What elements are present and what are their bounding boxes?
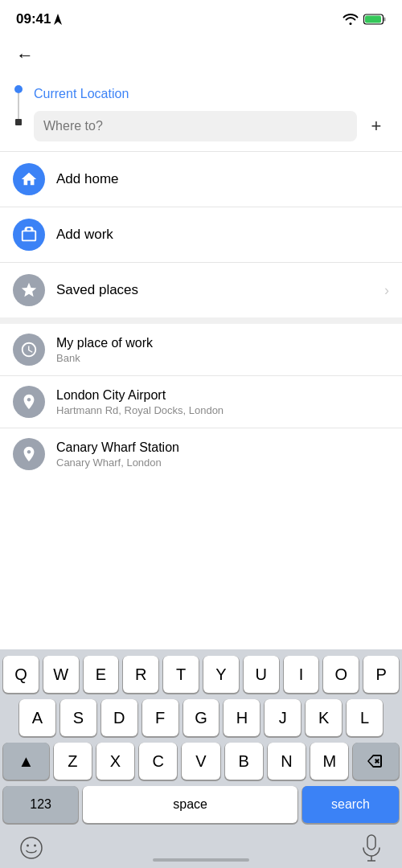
keyboard-bottom-row: 123 space search <box>3 786 399 826</box>
key-x[interactable]: X <box>96 743 134 780</box>
svg-rect-6 <box>367 835 375 850</box>
key-h[interactable]: H <box>224 699 260 736</box>
recent-place-name-1: London City Airport <box>56 388 389 403</box>
add-home-label: Add home <box>56 171 389 187</box>
back-button[interactable]: ← <box>13 42 37 69</box>
top-nav: ← <box>0 35 402 76</box>
microphone-icon[interactable] <box>360 834 383 862</box>
key-m[interactable]: M <box>310 743 348 780</box>
svg-point-4 <box>27 845 29 847</box>
recent-place-addr-2: Canary Wharf, London <box>56 457 389 469</box>
star-icon <box>20 281 38 299</box>
keyboard-row-3: ▲ Z X C V B N M <box>3 743 399 780</box>
key-p[interactable]: P <box>363 656 399 693</box>
keyboard-row-2: A S D F G H J K L <box>3 699 399 736</box>
key-e[interactable]: E <box>84 656 119 693</box>
key-g[interactable]: G <box>183 699 219 736</box>
clock-icon <box>20 341 38 358</box>
saved-places-label: Saved places <box>56 282 373 298</box>
saved-places-item[interactable]: Saved places › <box>0 263 402 317</box>
key-c[interactable]: C <box>139 743 177 780</box>
key-w[interactable]: W <box>43 656 79 693</box>
work-icon <box>20 226 38 244</box>
add-work-label: Add work <box>56 227 389 243</box>
pin-icon-2 <box>20 445 38 463</box>
keyboard: Q W E R T Y U I O P A S D F G H J K L ▲ … <box>0 649 402 868</box>
emoji-icon[interactable] <box>19 836 43 860</box>
key-d[interactable]: D <box>101 699 137 736</box>
key-shift[interactable]: ▲ <box>3 743 49 780</box>
key-numbers[interactable]: 123 <box>3 786 78 823</box>
recent-place-texts-1: London City Airport Hartmann Rd, Royal D… <box>56 388 389 416</box>
pin-icon-circle-2 <box>13 438 45 470</box>
add-stop-button[interactable]: + <box>363 113 389 139</box>
home-icon <box>20 170 38 188</box>
pin-icon-1 <box>20 393 38 411</box>
battery-icon <box>363 13 386 26</box>
svg-rect-1 <box>384 18 386 22</box>
key-k[interactable]: K <box>306 699 342 736</box>
key-t[interactable]: T <box>163 656 199 693</box>
pin-icon-circle-1 <box>13 386 45 418</box>
key-z[interactable]: Z <box>54 743 92 780</box>
recent-place-1[interactable]: London City Airport Hartmann Rd, Royal D… <box>0 376 402 428</box>
location-arrow-icon <box>54 14 62 25</box>
status-bar: 09:41 <box>0 0 402 35</box>
recent-place-name-2: Canary Wharf Station <box>56 440 389 455</box>
location-dots <box>13 82 24 125</box>
key-v[interactable]: V <box>182 743 219 780</box>
key-o[interactable]: O <box>323 656 359 693</box>
key-i[interactable]: I <box>284 656 319 693</box>
recent-place-addr-1: Hartmann Rd, Royal Docks, London <box>56 404 389 416</box>
destination-dot <box>15 119 22 125</box>
add-home-item[interactable]: Add home <box>0 152 402 207</box>
key-f[interactable]: F <box>142 699 178 736</box>
work-icon-circle <box>13 219 45 251</box>
key-search[interactable]: search <box>302 786 399 823</box>
key-delete[interactable] <box>353 743 399 780</box>
home-indicator <box>153 858 249 862</box>
keyboard-row-1: Q W E R T Y U I O P <box>3 656 399 693</box>
section-divider <box>0 317 402 324</box>
destination-row: + <box>34 111 389 141</box>
keyboard-extras <box>3 826 399 868</box>
home-icon-circle <box>13 163 45 195</box>
add-work-item[interactable]: Add work <box>0 207 402 262</box>
status-time: 09:41 <box>16 11 62 27</box>
key-u[interactable]: U <box>244 656 279 693</box>
key-n[interactable]: N <box>268 743 306 780</box>
key-s[interactable]: S <box>60 699 96 736</box>
key-b[interactable]: B <box>225 743 263 780</box>
recent-place-texts-0: My place of work Bank <box>56 336 389 364</box>
key-l[interactable]: L <box>347 699 383 736</box>
recent-place-0[interactable]: My place of work Bank <box>0 324 402 375</box>
recent-place-name-0: My place of work <box>56 336 389 350</box>
recent-place-addr-0: Bank <box>56 352 389 364</box>
recent-place-2[interactable]: Canary Wharf Station Canary Wharf, Londo… <box>0 428 402 480</box>
svg-rect-2 <box>365 16 381 23</box>
location-section: Current Location + <box>0 76 402 151</box>
chevron-right-icon: › <box>384 282 389 299</box>
key-space[interactable]: space <box>83 786 297 823</box>
origin-dot <box>14 85 23 93</box>
clock-icon-circle <box>13 334 45 366</box>
location-inputs: Current Location + <box>34 82 389 141</box>
key-j[interactable]: J <box>265 699 301 736</box>
current-location-label[interactable]: Current Location <box>34 82 389 106</box>
backspace-icon <box>367 755 385 768</box>
route-line <box>18 93 19 119</box>
status-icons <box>343 13 386 26</box>
key-r[interactable]: R <box>123 656 158 693</box>
wifi-icon <box>343 13 359 26</box>
destination-input[interactable] <box>34 111 357 141</box>
saved-icon-circle <box>13 274 45 306</box>
recent-place-texts-2: Canary Wharf Station Canary Wharf, Londo… <box>56 440 389 469</box>
key-q[interactable]: Q <box>3 656 39 693</box>
svg-point-3 <box>21 837 42 858</box>
key-y[interactable]: Y <box>203 656 239 693</box>
key-a[interactable]: A <box>19 699 55 736</box>
svg-point-5 <box>34 845 36 847</box>
